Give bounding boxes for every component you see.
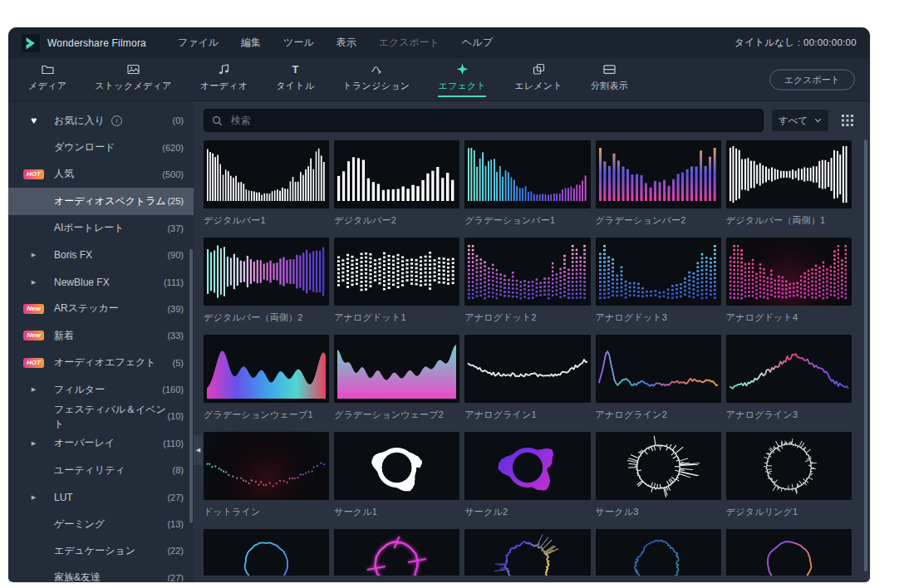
effects-grid: デジタルバー1デジタルバー2グラデーションバー1グラデーションバー2デジタルバー… xyxy=(204,140,858,576)
sidebar-item[interactable]: NewARステッカー(39) xyxy=(8,296,194,322)
effect-card[interactable]: アナログライン1 xyxy=(464,335,590,421)
effect-thumbnail xyxy=(464,335,590,403)
sidebar-item[interactable]: オーディオスペクトラム(25) xyxy=(8,188,194,214)
sidebar-item[interactable]: 家族&友達(27) xyxy=(8,565,194,581)
sidebar-item-label: フィルター xyxy=(54,383,105,397)
toolbar: メディア ストックメディア オーディオ T タイトル トランジション エフェクト xyxy=(8,58,870,101)
effect-thumbnail xyxy=(204,335,329,403)
sidebar-item-label: オーバーレイ xyxy=(54,436,115,450)
effect-card[interactable] xyxy=(334,529,459,576)
sidebar-scrollbar[interactable] xyxy=(189,249,193,523)
effect-card[interactable]: アナログライン3 xyxy=(726,335,852,421)
effect-card[interactable]: アナログライン2 xyxy=(596,335,721,421)
tab-label: トランジション xyxy=(342,80,410,97)
effect-card[interactable]: デジタルバー1 xyxy=(204,140,329,227)
sidebar-item[interactable]: AIポートレート(37) xyxy=(8,215,194,242)
item-count: (160) xyxy=(162,385,184,394)
hot-badge-label: HOT xyxy=(23,169,44,179)
sidebar-item[interactable]: ▶フィルター(160) xyxy=(8,376,194,403)
effect-thumbnail xyxy=(596,238,721,306)
effect-card[interactable]: サークル2 xyxy=(464,432,590,518)
sidebar-item[interactable]: ユーティリティ(8) xyxy=(8,457,194,483)
effect-card[interactable]: デジタルバー（両側）2 xyxy=(204,238,329,324)
tab-split-screen[interactable]: 分割表示 xyxy=(591,62,628,97)
new-badge: New xyxy=(8,304,54,314)
effect-card[interactable]: サークル3 xyxy=(596,432,721,518)
tab-effects[interactable]: エフェクト xyxy=(438,62,486,97)
sidebar-item[interactable]: ▶LUT(27) xyxy=(8,483,194,510)
effect-card[interactable] xyxy=(726,529,852,576)
effect-thumbnail xyxy=(464,529,590,576)
grid-view-icon xyxy=(842,115,853,126)
new-badge-label: New xyxy=(23,331,43,341)
tab-label: エレメント xyxy=(514,80,562,97)
sidebar-item-label: ARステッカー xyxy=(54,301,119,316)
effect-card[interactable]: グラデーションウェーブ2 xyxy=(334,335,459,421)
expand-arrow-icon: ▶ xyxy=(8,386,54,393)
sidebar-item[interactable]: ダウンロード(620) xyxy=(8,134,194,160)
main-body: ♥お気に入りi(0)ダウンロード(620)HOT人気(500)オーディオスペクト… xyxy=(8,101,870,581)
item-count: (33) xyxy=(167,331,184,341)
effect-thumbnail xyxy=(464,432,590,500)
category-sidebar: ♥お気に入りi(0)ダウンロード(620)HOT人気(500)オーディオスペクト… xyxy=(8,101,194,581)
sidebar-collapse-handle[interactable]: ◀ xyxy=(194,435,203,465)
effect-card[interactable]: グラデーションバー2 xyxy=(596,140,721,227)
effect-card[interactable]: アナログドット3 xyxy=(596,238,721,324)
effect-card[interactable]: アナログドット2 xyxy=(464,238,590,324)
new-badge: New xyxy=(8,331,54,341)
menubar-item-tools[interactable]: ツール xyxy=(283,36,314,50)
export-button[interactable]: エクスポート xyxy=(769,69,855,90)
tab-transition[interactable]: トランジション xyxy=(342,62,410,97)
item-count: (10) xyxy=(167,411,184,421)
menubar-item-view[interactable]: 表示 xyxy=(337,36,356,50)
effect-card[interactable]: グラデーションウェーブ1 xyxy=(204,335,329,421)
tab-elements[interactable]: エレメント xyxy=(514,62,562,97)
search-box[interactable] xyxy=(204,109,764,132)
effect-label: アナログドット2 xyxy=(464,311,590,324)
effect-card[interactable]: デジタルバー（両側）1 xyxy=(726,140,852,227)
effect-card[interactable]: デジタルリング1 xyxy=(726,432,852,518)
sidebar-item[interactable]: フェスティバル＆イベント(10) xyxy=(8,403,194,429)
effect-card[interactable] xyxy=(596,529,721,576)
tab-audio[interactable]: オーディオ xyxy=(200,62,248,97)
sidebar-item-label: 新着 xyxy=(54,329,74,343)
sidebar-item-label: オーディオスペクトラム xyxy=(54,194,166,208)
effect-card[interactable]: アナログドット1 xyxy=(334,238,459,324)
grid-scrollbar[interactable] xyxy=(864,140,867,571)
tab-media[interactable]: メディア xyxy=(28,62,66,97)
sidebar-item-label: 家族&友達 xyxy=(54,571,101,581)
effect-card[interactable] xyxy=(464,529,590,576)
menubar-item-export[interactable]: エクスポート xyxy=(379,36,440,50)
sidebar-item[interactable]: New新着(33) xyxy=(8,322,194,349)
sidebar-item[interactable]: ♥お気に入りi(0) xyxy=(8,107,194,134)
effect-label: アナログライン1 xyxy=(464,409,590,421)
effect-thumbnail xyxy=(204,529,329,576)
effect-card[interactable]: アナログドット4 xyxy=(726,238,852,324)
effect-card[interactable]: ドットライン xyxy=(204,432,329,518)
menubar-item-help[interactable]: ヘルプ xyxy=(462,36,493,50)
effect-card[interactable]: サークル1 xyxy=(334,432,459,518)
menubar-item-file[interactable]: ファイル xyxy=(178,36,219,50)
effect-card[interactable]: デジタルバー2 xyxy=(334,140,459,227)
tab-label: エフェクト xyxy=(438,80,486,97)
category-filter-dropdown[interactable]: すべて xyxy=(772,110,828,131)
effects-panel: すべて デジタルバー1デジタルバー2グラデーションバー1グラデーションバー2デジ… xyxy=(194,101,870,581)
elements-icon xyxy=(532,62,546,76)
sidebar-item[interactable]: ゲーミング(13) xyxy=(8,511,194,537)
tab-stock-media[interactable]: ストックメディア xyxy=(95,62,171,97)
sidebar-item[interactable]: HOTオーディオエフェクト(5) xyxy=(8,350,194,376)
search-input[interactable] xyxy=(229,114,756,127)
sidebar-item[interactable]: ▶NewBlue FX(111) xyxy=(8,268,194,295)
effect-card[interactable] xyxy=(204,529,329,576)
tab-title[interactable]: T タイトル xyxy=(276,62,314,97)
menubar-item-edit[interactable]: 編集 xyxy=(241,36,261,50)
filter-selected-value: すべて xyxy=(779,115,808,127)
sidebar-item[interactable]: ▶オーバーレイ(110) xyxy=(8,430,194,457)
effect-thumbnail xyxy=(464,140,590,208)
grid-view-button[interactable] xyxy=(837,110,858,131)
sidebar-item[interactable]: エデュケーション(22) xyxy=(8,537,194,564)
sidebar-item[interactable]: ▶Boris FX(90) xyxy=(8,242,194,268)
effect-card[interactable]: グラデーションバー1 xyxy=(464,140,590,227)
sidebar-item[interactable]: HOT人気(500) xyxy=(8,161,194,188)
media-tabs: メディア ストックメディア オーディオ T タイトル トランジション エフェクト xyxy=(28,62,628,97)
